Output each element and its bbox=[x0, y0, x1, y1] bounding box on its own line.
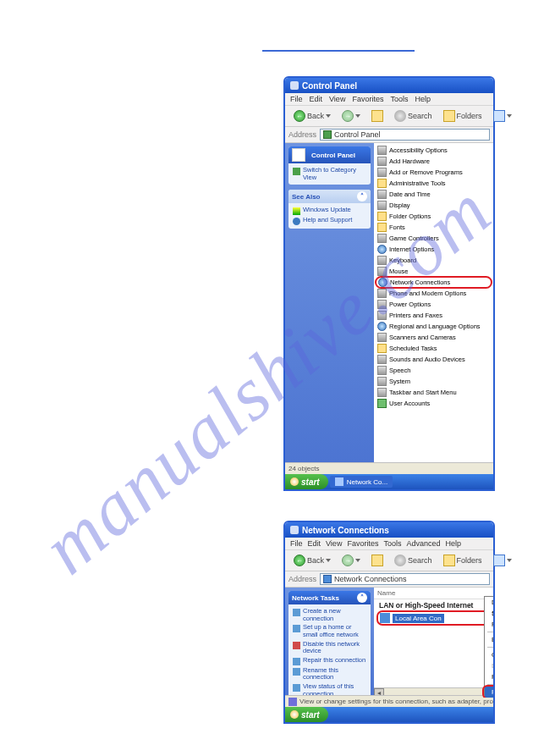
menu-repair[interactable]: Repair bbox=[485, 619, 493, 630]
item-folder-options[interactable]: Folder Options bbox=[376, 211, 491, 222]
link-text: Switch to Category View bbox=[303, 167, 366, 181]
address-field[interactable]: Control Panel bbox=[320, 129, 490, 141]
search-label: Search bbox=[408, 556, 432, 565]
item-keyboard[interactable]: Keyboard bbox=[376, 255, 491, 266]
menu-bar[interactable]: File Edit View Favorites Tools Help bbox=[285, 93, 493, 106]
start-orb-icon bbox=[290, 477, 299, 486]
item-user-accounts[interactable]: User Accounts bbox=[376, 398, 491, 409]
item-game-controllers[interactable]: Game Controllers bbox=[376, 233, 491, 244]
back-button[interactable]: ← Back bbox=[289, 108, 335, 124]
menu-favorites[interactable]: Favorites bbox=[347, 539, 378, 548]
up-button[interactable] bbox=[367, 108, 387, 124]
forward-icon: → bbox=[342, 110, 354, 122]
menu-edit[interactable]: Edit bbox=[308, 539, 321, 548]
item-phone-and-modem[interactable]: Phone and Modem Options bbox=[376, 288, 491, 299]
link-switch-to-category-view[interactable]: Switch to Category View bbox=[293, 166, 366, 182]
collapse-icon[interactable]: ˄ bbox=[357, 593, 367, 603]
menu-bridge[interactable]: Bridge Connections bbox=[485, 634, 493, 645]
start-button[interactable]: start bbox=[285, 474, 328, 489]
item-speech[interactable]: Speech bbox=[376, 365, 491, 376]
menu-delete: Delete bbox=[485, 660, 493, 671]
item-scheduled-tasks[interactable]: Scheduled Tasks bbox=[376, 343, 491, 354]
item-scanners-and-cameras[interactable]: Scanners and Cameras bbox=[376, 332, 491, 343]
chevron-down-icon[interactable] bbox=[326, 114, 331, 118]
status-bar: View or change settings for this connect… bbox=[285, 695, 493, 707]
item-accessibility-options[interactable]: Accessibility Options bbox=[376, 145, 491, 156]
menu-favorites[interactable]: Favorites bbox=[352, 95, 383, 103]
menu-help[interactable]: Help bbox=[445, 539, 461, 548]
menu-shortcut[interactable]: Create Shortcut bbox=[485, 649, 493, 660]
chevron-down-icon[interactable] bbox=[326, 559, 331, 562]
item-power-options[interactable]: Power Options bbox=[376, 299, 491, 310]
item-system[interactable]: System bbox=[376, 376, 491, 387]
start-label: start bbox=[301, 477, 320, 487]
link-create-connection[interactable]: Create a new connection bbox=[293, 607, 366, 623]
item-add-remove-programs[interactable]: Add or Remove Programs bbox=[376, 167, 491, 178]
chevron-down-icon[interactable] bbox=[507, 114, 512, 118]
taskbar: start bbox=[285, 707, 493, 722]
panel-network-tasks: Network Tasks ˄ Create a new connection … bbox=[288, 591, 371, 698]
panel-header: Control Panel bbox=[288, 146, 371, 163]
menu-disable[interactable]: Disable bbox=[485, 597, 493, 608]
context-menu: Disable Status Repair Bridge Connections… bbox=[484, 596, 493, 698]
menu-tools[interactable]: Tools bbox=[383, 539, 401, 548]
item-date-and-time[interactable]: Date and Time bbox=[376, 189, 491, 200]
taskbar-item-network-connections[interactable]: Network Co... bbox=[330, 476, 393, 488]
menu-tools[interactable]: Tools bbox=[390, 95, 408, 103]
forward-button[interactable]: → bbox=[338, 553, 365, 568]
item-regional-options[interactable]: Regional and Language Options bbox=[376, 321, 491, 332]
views-button[interactable] bbox=[489, 553, 516, 568]
views-button[interactable] bbox=[489, 108, 516, 124]
programs-icon bbox=[377, 168, 387, 177]
address-field[interactable]: Network Connections bbox=[320, 573, 490, 585]
link-help-and-support[interactable]: Help and Support bbox=[293, 216, 366, 226]
chevron-down-icon[interactable] bbox=[355, 114, 360, 118]
item-network-connections[interactable]: Network Connections bbox=[375, 276, 492, 289]
address-icon bbox=[323, 130, 332, 139]
menu-edit[interactable]: Edit bbox=[310, 95, 323, 103]
folders-button[interactable]: Folders bbox=[439, 553, 486, 568]
search-button[interactable]: Search bbox=[390, 553, 437, 568]
forward-button[interactable]: → bbox=[338, 108, 365, 124]
search-button[interactable]: Search bbox=[390, 108, 437, 124]
collapse-icon[interactable]: ˄ bbox=[357, 191, 367, 201]
menu-properties[interactable]: Properties bbox=[485, 687, 493, 698]
menu-view[interactable]: View bbox=[329, 95, 345, 103]
item-taskbar-start-menu[interactable]: Taskbar and Start Menu bbox=[376, 387, 491, 398]
item-display[interactable]: Display bbox=[376, 200, 491, 211]
menu-file[interactable]: File bbox=[290, 95, 303, 103]
menu-view[interactable]: View bbox=[326, 539, 342, 548]
separator bbox=[487, 647, 493, 648]
column-header-name[interactable]: Name bbox=[374, 588, 493, 599]
item-fonts[interactable]: Fonts bbox=[376, 222, 491, 233]
item-sounds-and-audio[interactable]: Sounds and Audio Devices bbox=[376, 354, 491, 365]
link-windows-update[interactable]: Windows Update bbox=[293, 206, 366, 216]
link-rename-connection[interactable]: Rename this connection bbox=[293, 666, 366, 682]
chevron-down-icon[interactable] bbox=[507, 559, 512, 562]
start-button[interactable]: start bbox=[285, 707, 328, 722]
link-repair-connection[interactable]: Repair this connection bbox=[293, 656, 366, 666]
menu-rename[interactable]: Rename bbox=[485, 671, 493, 682]
views-icon bbox=[493, 110, 505, 122]
folders-button[interactable]: Folders bbox=[439, 108, 486, 124]
menu-help[interactable]: Help bbox=[415, 95, 431, 103]
network-connections-icon bbox=[378, 278, 387, 287]
panel-header[interactable]: Network Tasks ˄ bbox=[288, 591, 371, 604]
back-label: Back bbox=[307, 112, 324, 120]
panel-header[interactable]: See Also ˄ bbox=[288, 190, 371, 203]
item-local-area-connection[interactable]: Local Area Con bbox=[379, 613, 488, 623]
address-bar: Address Network Connections bbox=[285, 571, 493, 588]
menu-file[interactable]: File bbox=[290, 539, 303, 548]
up-button[interactable] bbox=[367, 553, 387, 568]
item-administrative-tools[interactable]: Administrative Tools bbox=[376, 178, 491, 189]
back-button[interactable]: ← Back bbox=[289, 553, 335, 568]
chevron-down-icon[interactable] bbox=[355, 559, 360, 562]
item-add-hardware[interactable]: Add Hardware bbox=[376, 156, 491, 167]
item-internet-options[interactable]: Internet Options bbox=[376, 244, 491, 255]
menu-advanced[interactable]: Advanced bbox=[406, 539, 440, 548]
item-printers-and-faxes[interactable]: Printers and Faxes bbox=[376, 310, 491, 321]
menu-bar[interactable]: File Edit View Favorites Tools Advanced … bbox=[285, 538, 493, 550]
menu-status[interactable]: Status bbox=[485, 608, 493, 619]
link-disable-device[interactable]: Disable this network device bbox=[293, 640, 366, 656]
link-setup-network[interactable]: Set up a home or small office network bbox=[293, 623, 366, 639]
